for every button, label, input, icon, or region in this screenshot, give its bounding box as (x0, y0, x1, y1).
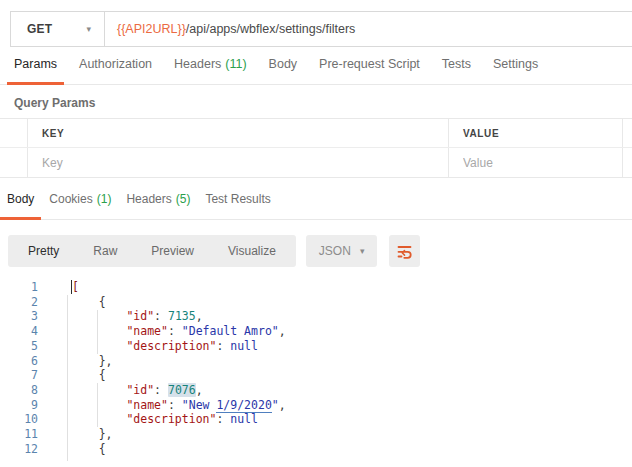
line-number: 2 (0, 295, 38, 310)
response-toolbar: Pretty Raw Preview Visualize JSON ▾ (8, 235, 624, 267)
tab-response-cookies[interactable]: Cookies(1) (49, 192, 111, 219)
line-number: 12 (0, 442, 38, 457)
view-visualize[interactable]: Visualize (211, 235, 293, 267)
query-params-header-row: KEY VALUE (0, 119, 632, 148)
tab-response-body[interactable]: Body (7, 192, 34, 219)
code-line: 9 "name": "New 1/9/2020", (0, 398, 632, 413)
tab-pre-request-script[interactable]: Pre-request Script (319, 57, 420, 84)
tab-test-results[interactable]: Test Results (205, 192, 270, 219)
tab-body[interactable]: Body (269, 57, 298, 84)
line-number: 7 (0, 368, 38, 383)
request-url-bar: GET ▾ {{API2URL}}/api/apps/wbflex/settin… (10, 11, 632, 47)
code-line: 1[ (0, 280, 632, 295)
view-raw[interactable]: Raw (76, 235, 134, 267)
code-text: }, (71, 354, 113, 369)
url-input[interactable]: {{API2URL}}/api/apps/wbflex/settings/fil… (105, 12, 632, 46)
code-line: 6 }, (0, 354, 632, 369)
code-text: { (71, 295, 106, 310)
code-line: 12 { (0, 442, 632, 457)
param-value-input[interactable] (463, 156, 622, 170)
code-line: 3 "id": 7135, (0, 309, 632, 324)
wrap-lines-icon (396, 243, 413, 260)
response-body-viewer[interactable]: 1[2 {3 "id": 7135,4 "name": "Default Amr… (0, 277, 632, 461)
tab-response-headers[interactable]: Headers(5) (126, 192, 190, 219)
code-text: [ (71, 280, 79, 295)
code-line: 10 "description": null (0, 412, 632, 427)
code-text: "name": "Default Amro", (71, 324, 286, 339)
row-select-cell (0, 148, 28, 177)
chevron-down-icon: ▾ (360, 247, 365, 256)
response-headers-count-badge: (5) (176, 192, 191, 206)
format-dropdown[interactable]: JSON ▾ (306, 235, 378, 267)
code-line: 8 "id": 7076, (0, 383, 632, 398)
response-tabs: Body Cookies(1) Headers(5) Test Results (0, 192, 632, 220)
code-line: 2 { (0, 295, 632, 310)
tab-params[interactable]: Params (14, 57, 57, 84)
query-params-table: KEY VALUE (0, 118, 632, 178)
request-tabs: Params Authorization Headers(11) Body Pr… (0, 57, 632, 85)
code-line: 11 }, (0, 427, 632, 442)
tab-authorization[interactable]: Authorization (79, 57, 152, 84)
next-column-edge (622, 119, 632, 147)
method-dropdown[interactable]: GET ▾ (11, 12, 105, 46)
chevron-down-icon: ▾ (86, 25, 91, 34)
line-number: 3 (0, 309, 38, 324)
code-line: 7 { (0, 368, 632, 383)
value-column-header: VALUE (463, 128, 499, 139)
query-params-empty-row (0, 148, 632, 177)
headers-count-badge: (11) (225, 57, 246, 71)
url-path: /api/apps/wbflex/settings/filters (186, 22, 356, 36)
line-number: 9 (0, 398, 38, 413)
next-column-edge (622, 148, 632, 177)
tab-settings[interactable]: Settings (493, 57, 538, 84)
line-number: 8 (0, 383, 38, 398)
line-number: 11 (0, 427, 38, 442)
indent-guide (97, 310, 98, 354)
cookies-count-badge: (1) (97, 192, 112, 206)
view-pretty[interactable]: Pretty (11, 235, 76, 267)
code-text: { (71, 368, 106, 383)
code-text: }, (71, 427, 113, 442)
indent-guide (67, 295, 68, 461)
response-body-lines: 1[2 {3 "id": 7135,4 "name": "Default Amr… (0, 280, 632, 456)
code-text: "name": "New 1/9/2020", (71, 398, 286, 413)
code-text: "description": null (71, 339, 258, 354)
tab-tests[interactable]: Tests (442, 57, 471, 84)
view-mode-switch: Pretty Raw Preview Visualize (8, 235, 296, 267)
indent-guide (97, 383, 98, 427)
line-number: 10 (0, 412, 38, 427)
line-number: 4 (0, 324, 38, 339)
param-key-input[interactable] (42, 156, 448, 170)
view-preview[interactable]: Preview (134, 235, 211, 267)
line-number: 5 (0, 339, 38, 354)
url-variable: {{API2URL}} (117, 22, 186, 36)
code-text: { (71, 442, 106, 457)
query-params-title: Query Params (14, 96, 632, 110)
wrap-lines-button[interactable] (389, 235, 420, 267)
code-line: 5 "description": null (0, 339, 632, 354)
tab-headers[interactable]: Headers(11) (174, 57, 247, 84)
row-select-column (0, 119, 28, 147)
code-text: "id": 7135, (71, 309, 203, 324)
line-number: 6 (0, 354, 38, 369)
code-text: "description": null (71, 412, 258, 427)
line-number: 1 (0, 280, 38, 295)
code-line: 4 "name": "Default Amro", (0, 324, 632, 339)
key-column-header: KEY (42, 128, 64, 139)
code-text: "id": 7076, (71, 383, 203, 398)
method-label: GET (27, 22, 52, 36)
format-label: JSON (319, 244, 351, 258)
